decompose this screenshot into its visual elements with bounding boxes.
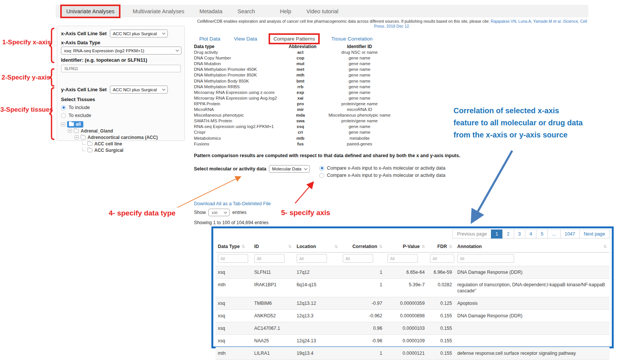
sort-icon[interactable]: ⇅ — [288, 244, 291, 249]
collapse-toggle-icon[interactable] — [61, 122, 65, 126]
nav-item[interactable]: Metadata — [198, 6, 224, 17]
data-type-row: SWATH-MS Protein swa protein/gene name — [194, 118, 407, 124]
annotation-step4: 4- specify data type — [109, 209, 175, 217]
page-button[interactable]: 3 — [514, 229, 525, 239]
dt-header-abbreviation: Abbreviation — [289, 44, 312, 50]
folder-icon — [88, 148, 92, 152]
filter-correlation[interactable] — [343, 254, 373, 263]
chevron-down-icon — [162, 87, 165, 90]
nav-item[interactable]: Multivariate Analyses — [131, 6, 186, 17]
collapse-toggle-icon[interactable] — [75, 135, 79, 139]
data-type-row: Metabolomics mtb metabolite — [194, 136, 407, 141]
radio-compare-x-axis[interactable]: Compare x-Axis input to x-Axis molecular… — [319, 165, 445, 171]
select-data-label: Select molecular or activity data — [194, 166, 266, 172]
sort-icon[interactable]: ⇅ — [335, 244, 338, 249]
data-type-row: Microarray RNA Expression using z-score … — [194, 90, 407, 95]
result-row: xsq NAA25 12q24.13 -0.96 0.0000109 0.155 — [216, 335, 610, 347]
x-datatype-label: x-Axis Data Type — [61, 40, 181, 45]
sort-icon[interactable]: ⇅ — [449, 244, 452, 249]
entries-label: entries — [232, 210, 247, 215]
folder-icon — [74, 129, 79, 133]
subtab[interactable]: View Data — [233, 35, 258, 43]
x-datatype-select[interactable]: xsq: RNA-seq Expression (log2 FPKM+1) — [61, 47, 181, 55]
result-row: xsq TMBIM6 12q13.12 -0.97 0.00000359 0.1… — [216, 297, 610, 310]
filter-pvalue[interactable] — [388, 254, 418, 263]
chevron-down-icon — [224, 210, 227, 213]
col-header-location[interactable]: Location⇅ — [294, 241, 341, 253]
filter-data-type[interactable] — [218, 254, 248, 263]
tree-node-adrenal-gland[interactable]: Adrenal_Gland — [68, 128, 181, 134]
page-button[interactable]: 2 — [502, 229, 514, 239]
y-cellline-select[interactable]: ACC NCI plus Surgical — [110, 86, 168, 94]
radio-compare-y-axis[interactable]: Compare x-Axis input to y-Axis molecular… — [319, 173, 445, 178]
data-type-row: Crispr cri gene name — [194, 130, 407, 135]
citation-text: CellMinerCDB enables exploration and ana… — [197, 19, 587, 29]
folder-icon — [69, 122, 74, 126]
data-type-row: Microarray RNA Expression using Avg.log2… — [194, 95, 407, 101]
identifier-input[interactable] — [61, 65, 181, 72]
radio-unselected-icon — [61, 113, 66, 118]
showing-entries-text: Showing 1 to 100 of 104,694 entries — [194, 220, 269, 225]
subtab[interactable]: Plot Data — [199, 35, 221, 43]
radio-selected-icon — [319, 166, 324, 171]
tree-connector — [82, 147, 86, 151]
data-type-row: DNA Methylation Promoter 450K met gene n… — [194, 67, 407, 72]
pagination: Previous page 1 2 3 4 5 ... 1047 Next pa… — [216, 229, 610, 239]
molecular-data-select[interactable]: Molecular Data — [269, 165, 310, 173]
data-type-row: RPPA Protein pro protein/gene name — [194, 101, 407, 107]
filter-fdr[interactable] — [430, 254, 454, 263]
data-type-row: DNA Methylation RRBS rrb gene name — [194, 84, 407, 90]
tissue-tree: all Adrenal_Gland Adrenocortical carcino… — [61, 121, 181, 153]
chevron-down-icon — [162, 31, 165, 34]
analysis-subtabs: Plot Data View Data Compare Patterns Tis… — [199, 35, 373, 43]
filter-annotation[interactable] — [457, 254, 514, 263]
nav-item[interactable]: Help — [278, 6, 293, 17]
subtab[interactable]: Compare Patterns — [270, 35, 319, 43]
col-header-data-type[interactable]: Data Type⇅ — [216, 241, 252, 253]
download-all-link[interactable]: Download All as a Tab-Delimited File — [194, 201, 271, 206]
page-button[interactable]: ... — [547, 229, 560, 239]
tree-node-acc[interactable]: Adrenocortical carcinoma (ACC) — [75, 134, 181, 140]
subtab[interactable]: Tissue Correlation — [330, 35, 373, 43]
page-button[interactable]: Previous page — [452, 229, 491, 239]
data-type-row: Miscellaneous phenotypic mda Miscellaneo… — [194, 112, 407, 118]
sort-icon[interactable]: ⇅ — [422, 244, 425, 249]
cellminercdb-page: Univariate Analyses Multivariate Analyse… — [0, 0, 644, 362]
data-type-reference-table: Data type Abbreviation Identifier ID Dru… — [194, 44, 407, 147]
nav-item[interactable]: Video tutorial — [305, 6, 340, 17]
filter-location[interactable] — [297, 254, 327, 263]
step3-brace — [49, 88, 54, 139]
tree-node-all[interactable]: all — [61, 121, 181, 128]
page-button[interactable]: Next page — [579, 229, 610, 239]
red-arrow — [295, 183, 313, 203]
collapse-toggle-icon[interactable] — [68, 129, 72, 133]
annotation-step5: 5- specify axis — [281, 209, 330, 217]
page-button[interactable]: 1047 — [560, 229, 580, 239]
tree-leaf-node[interactable]: ACC cell line — [82, 140, 181, 147]
tree-leaf-node[interactable]: ACC Surgical — [82, 147, 181, 153]
tree-connector — [82, 141, 86, 145]
x-cellline-select[interactable]: ACC NCI plus Surgical — [110, 30, 168, 37]
col-header-fdr[interactable]: FDR⇅ — [428, 241, 455, 253]
data-type-row: DNA Methylation Body 850K bmt gene name — [194, 78, 407, 84]
data-type-row: DNA Mutation mut gene name — [194, 61, 407, 67]
nav-item[interactable]: Univariate Analyses — [62, 6, 119, 17]
radio-exclude[interactable]: To exclude — [61, 113, 181, 118]
entries-count-select[interactable]: 100 — [208, 209, 230, 216]
page-button[interactable]: 1 — [491, 229, 503, 239]
data-type-row: RNA-seq Expression using log2.FPKM+1 xsq… — [194, 124, 407, 130]
filter-id[interactable] — [254, 254, 284, 263]
page-button[interactable]: 5 — [536, 229, 548, 239]
data-type-row: Drug activity act drug NSC or name — [194, 50, 407, 55]
sort-icon[interactable]: ⇅ — [603, 244, 606, 249]
annotation-step1: 1-Specify x-axis — [2, 39, 51, 46]
sort-icon[interactable]: ⇅ — [242, 244, 245, 249]
nav-item[interactable]: Search — [236, 6, 256, 17]
col-header-correlation[interactable]: Correlation⇅ — [341, 241, 385, 253]
radio-include[interactable]: To include — [61, 105, 181, 110]
col-header-annotation[interactable]: Annotation⇅ — [455, 241, 610, 253]
page-button[interactable]: 4 — [525, 229, 537, 239]
col-header-id[interactable]: ID⇅ — [252, 241, 294, 253]
sort-icon[interactable]: ⇅ — [379, 244, 382, 249]
col-header-pvalue[interactable]: P-Value⇅ — [385, 241, 428, 253]
